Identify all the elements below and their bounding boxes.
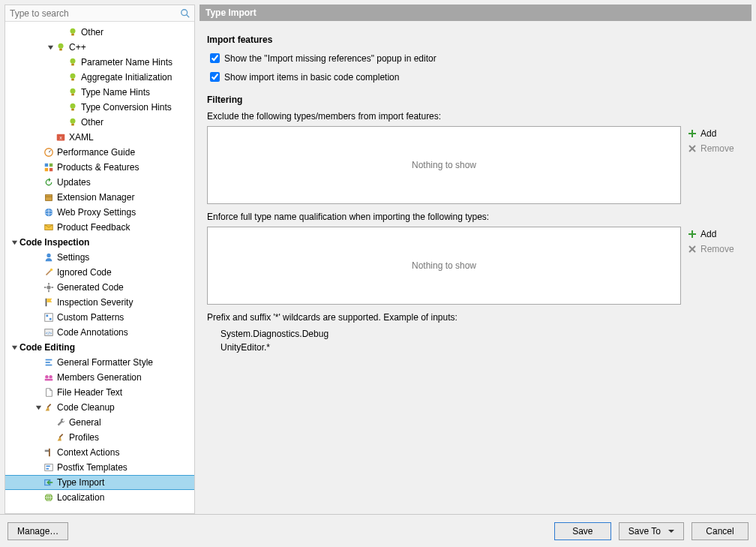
expander-icon[interactable] bbox=[34, 403, 43, 412]
expander-spacer bbox=[58, 103, 67, 112]
tree-item-localization[interactable]: Localization bbox=[5, 490, 194, 505]
exclude-listbox[interactable]: Nothing to show bbox=[207, 126, 681, 204]
chk-show-import-popup-box[interactable] bbox=[210, 53, 220, 63]
search-icon[interactable] bbox=[179, 8, 191, 20]
bulb-icon bbox=[68, 72, 78, 83]
tree-item-extension-manager[interactable]: Extension Manager bbox=[5, 190, 194, 205]
svg-rect-5 bbox=[59, 49, 62, 51]
bulb-icon bbox=[56, 42, 66, 53]
chk-show-import-items-box[interactable] bbox=[210, 72, 220, 82]
tree-item-other[interactable]: Other bbox=[5, 25, 194, 40]
expander-spacer bbox=[58, 58, 67, 67]
tree-item-general[interactable]: General bbox=[5, 415, 194, 430]
remove-icon bbox=[687, 143, 698, 154]
tree-item-label: Settings bbox=[57, 252, 94, 263]
chk-show-import-items[interactable]: Show import items in basic code completi… bbox=[207, 70, 744, 84]
tree-item-ignored-code[interactable]: Ignored Code bbox=[5, 265, 194, 280]
add-icon bbox=[687, 229, 698, 239]
tree-item-profiles[interactable]: Profiles bbox=[5, 430, 194, 445]
svg-point-47 bbox=[45, 375, 48, 378]
tree-item-code-annotations[interactable]: </>Code Annotations bbox=[5, 325, 194, 340]
tree-item-postfix-templates[interactable]: Postfix Templates bbox=[5, 460, 194, 475]
tree-item-type-conversion-hints[interactable]: Type Conversion Hints bbox=[5, 100, 194, 115]
svg-point-30 bbox=[46, 254, 50, 257]
save-to-button[interactable]: Save To bbox=[619, 522, 684, 540]
expander-spacer bbox=[46, 133, 55, 142]
tree-item-label: Generated Code bbox=[57, 282, 128, 293]
exclude-description: Exclude the following types/members from… bbox=[207, 111, 744, 122]
expander-icon[interactable] bbox=[46, 43, 55, 52]
search-input[interactable] bbox=[8, 7, 179, 20]
tree-item-general-formatter-style[interactable]: General Formatter Style bbox=[5, 355, 194, 370]
tree-item-label: Context Actions bbox=[57, 447, 124, 458]
tree-item-file-header-text[interactable]: File Header Text bbox=[5, 385, 194, 400]
svg-rect-40 bbox=[46, 315, 49, 317]
enforce-add-button[interactable]: Add bbox=[686, 227, 744, 242]
tree-item-c-[interactable]: C++ bbox=[5, 40, 194, 55]
tree-item-label: Type Conversion Hints bbox=[81, 102, 176, 113]
expander-icon[interactable] bbox=[10, 238, 19, 247]
expander-spacer bbox=[58, 28, 67, 37]
expander-spacer bbox=[58, 73, 67, 82]
tree-item-other[interactable]: Other bbox=[5, 115, 194, 130]
tree-item-label: Type Name Hints bbox=[81, 87, 154, 98]
code-icon: </> bbox=[44, 327, 54, 338]
tree-item-settings[interactable]: Settings bbox=[5, 250, 194, 265]
tree-item-products-features[interactable]: Products & Features bbox=[5, 160, 194, 175]
tree-item-product-feedback[interactable]: Product Feedback bbox=[5, 220, 194, 235]
tree-item-aggregate-initialization[interactable]: Aggregate Initialization bbox=[5, 70, 194, 85]
tree-item-members-generation[interactable]: Members Generation bbox=[5, 370, 194, 385]
tree-item-type-name-hints[interactable]: Type Name Hints bbox=[5, 85, 194, 100]
tree-item-label: Other bbox=[81, 117, 108, 128]
svg-point-33 bbox=[46, 285, 50, 289]
tree-item-custom-patterns[interactable]: Custom Patterns bbox=[5, 310, 194, 325]
tree-item-generated-code[interactable]: Generated Code bbox=[5, 280, 194, 295]
globe-icon bbox=[44, 207, 54, 218]
svg-point-2 bbox=[70, 29, 76, 34]
svg-rect-52 bbox=[45, 450, 50, 452]
chk-show-import-popup-label: Show the "Import missing references" pop… bbox=[224, 53, 436, 64]
tree-item-performance-guide[interactable]: Performance Guide bbox=[5, 145, 194, 160]
bulb-icon bbox=[68, 87, 78, 98]
settings-tree[interactable]: OtherC++Parameter Name HintsAggregate In… bbox=[5, 22, 194, 513]
manage-button[interactable]: Manage… bbox=[8, 522, 68, 540]
wrench-icon bbox=[56, 417, 66, 428]
cancel-button[interactable]: Cancel bbox=[692, 522, 748, 540]
expander-spacer bbox=[34, 253, 43, 262]
tree-item-inspection-severity[interactable]: Inspection Severity bbox=[5, 295, 194, 310]
exclude-add-label: Add bbox=[700, 128, 716, 139]
tree-item-label: Inspection Severity bbox=[57, 297, 137, 308]
svg-rect-22 bbox=[45, 168, 48, 171]
svg-rect-20 bbox=[45, 164, 48, 167]
chk-show-import-popup[interactable]: Show the "Import missing references" pop… bbox=[207, 51, 744, 65]
svg-rect-11 bbox=[71, 94, 74, 96]
tree-item-code-cleanup[interactable]: Code Cleanup bbox=[5, 400, 194, 415]
exclude-remove-button: Remove bbox=[686, 141, 744, 156]
enforce-listbox[interactable]: Nothing to show bbox=[207, 227, 681, 305]
tree-item-updates[interactable]: Updates bbox=[5, 175, 194, 190]
tree-item-code-editing[interactable]: Code Editing bbox=[5, 340, 194, 355]
tree-item-parameter-name-hints[interactable]: Parameter Name Hints bbox=[5, 55, 194, 70]
save-button[interactable]: Save bbox=[554, 522, 611, 540]
svg-point-12 bbox=[70, 104, 76, 109]
svg-rect-13 bbox=[71, 109, 74, 111]
dialog-button-bar: Manage… Save Save To Cancel bbox=[0, 514, 756, 547]
tree-item-web-proxy-settings[interactable]: Web Proxy Settings bbox=[5, 205, 194, 220]
exclude-remove-label: Remove bbox=[700, 143, 734, 154]
broom-icon bbox=[44, 402, 54, 413]
expander-spacer bbox=[34, 478, 43, 487]
bulb-icon bbox=[68, 102, 78, 113]
tree-item-type-import[interactable]: Type Import bbox=[5, 475, 194, 490]
wildcard-note: Prefix and suffix '*' wildcards are supp… bbox=[207, 312, 744, 323]
tree-item-xaml[interactable]: XXAML bbox=[5, 130, 194, 145]
enforce-add-label: Add bbox=[700, 229, 716, 239]
expander-icon[interactable] bbox=[10, 343, 19, 352]
tree-item-label: Custom Patterns bbox=[57, 312, 128, 323]
svg-rect-3 bbox=[71, 34, 74, 36]
tree-item-context-actions[interactable]: Context Actions bbox=[5, 445, 194, 460]
tree-item-label: XAML bbox=[69, 132, 98, 143]
wildcard-example-1: System.Diagnostics.Debug bbox=[220, 327, 744, 341]
tree-item-label: Aggregate Initialization bbox=[81, 72, 176, 83]
exclude-add-button[interactable]: Add bbox=[686, 126, 744, 141]
tree-item-code-inspection[interactable]: Code Inspection bbox=[5, 235, 194, 250]
